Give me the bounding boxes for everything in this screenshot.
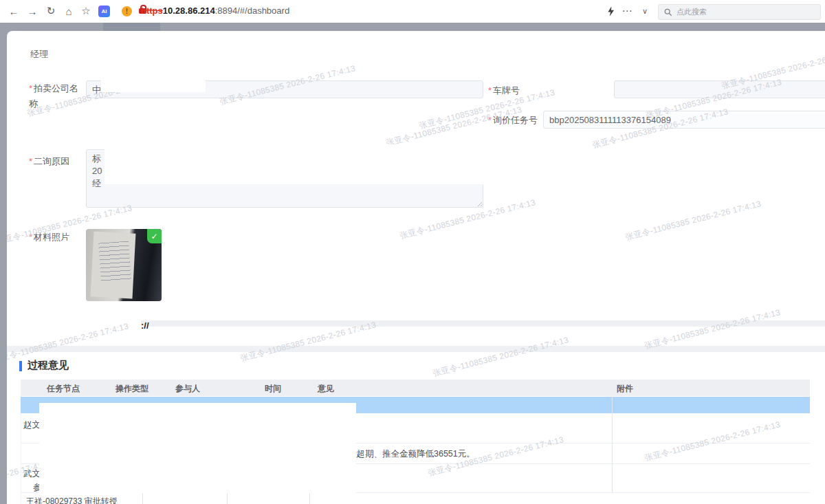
url-scheme: https xyxy=(141,6,163,16)
col-participant: 参与人 xyxy=(175,383,200,395)
col-operation-type: 操作类型 xyxy=(116,383,148,395)
section-title-bar xyxy=(19,361,22,371)
required-mark: * xyxy=(29,83,32,94)
search-icon xyxy=(664,8,672,17)
table-row[interactable]: 王祥-08029733 审批转授 xyxy=(21,493,810,504)
back-icon[interactable]: ← xyxy=(7,4,21,18)
second-inquiry-reason-label: *二询原因 xyxy=(29,154,69,169)
resize-handle[interactable] xyxy=(476,200,482,206)
cell-border xyxy=(309,493,310,504)
task-node-cell: 赵文 xyxy=(23,419,41,431)
url-separator: :// xyxy=(141,320,825,327)
section-divider xyxy=(7,346,825,352)
redaction-overlay xyxy=(39,403,356,493)
task-node-cell: 武文 xyxy=(23,468,41,480)
auction-company-label: *拍卖公司名称 xyxy=(29,81,81,111)
col-opinion: 意见 xyxy=(318,383,334,395)
col-attachment: 附件 xyxy=(617,383,633,395)
opinion-cell: 次超期、推全金额降低36551元。 xyxy=(348,448,475,460)
upload-success-check-icon: ✓ xyxy=(147,229,162,243)
plate-no-input[interactable] xyxy=(614,80,825,98)
col-task-node: 任务节点 xyxy=(47,383,80,395)
refresh-icon[interactable]: ↻ xyxy=(44,4,58,18)
plate-no-label: *车牌号 xyxy=(488,83,520,98)
url-path: :8894/#/dashboard xyxy=(215,6,289,16)
manager-label: 经理 xyxy=(30,47,48,62)
url-host: 10.28.86.214 xyxy=(163,6,215,16)
search-placeholder: 点此搜索 xyxy=(676,7,707,17)
lightning-icon[interactable] xyxy=(604,4,617,18)
attachment-column-border xyxy=(612,397,613,493)
inquiry-task-no-input[interactable]: bbp2025083111113376154089 xyxy=(543,111,825,129)
browser-window: ← → ↻ ⌂ ☆ AI ! https://10.28.86.214:8894… xyxy=(0,0,825,504)
redaction-overlay xyxy=(101,61,206,92)
task-node-cell: 王祥-08029733 审批转授 xyxy=(26,496,118,504)
toolbar-band-notch xyxy=(103,23,160,31)
address-bar[interactable]: https://10.28.86.214:8894/#/dashboard xyxy=(141,6,289,16)
browser-toolbar: ← → ↻ ⌂ ☆ AI ! https://10.28.86.214:8894… xyxy=(0,0,825,23)
more-icon[interactable]: ⋯ xyxy=(620,4,634,18)
warning-extension-icon[interactable]: ! xyxy=(122,6,132,17)
material-photo-label: *材料照片 xyxy=(29,230,69,245)
table-header-row: 任务节点 操作类型 参与人 时间 意见 附件 xyxy=(21,380,810,396)
cell-border xyxy=(227,493,228,504)
search-input[interactable]: 点此搜索 xyxy=(658,4,821,20)
ai-extension-icon[interactable]: AI xyxy=(98,6,110,17)
lightning-glyph xyxy=(607,6,615,17)
section-title: 过程意见 xyxy=(28,359,69,372)
photo-paper-text xyxy=(98,241,131,283)
redaction-overlay xyxy=(104,144,484,184)
inquiry-task-no-label: *询价任务号 xyxy=(488,113,538,128)
forward-icon[interactable]: → xyxy=(25,4,39,18)
favorites-icon[interactable]: ☆ xyxy=(79,4,93,18)
col-time: 时间 xyxy=(265,383,281,395)
home-icon[interactable]: ⌂ xyxy=(62,4,76,18)
cell-border xyxy=(142,493,143,504)
chevron-down-icon[interactable]: ∨ xyxy=(638,4,652,18)
material-photo-thumbnail[interactable]: ✓ xyxy=(86,229,162,301)
